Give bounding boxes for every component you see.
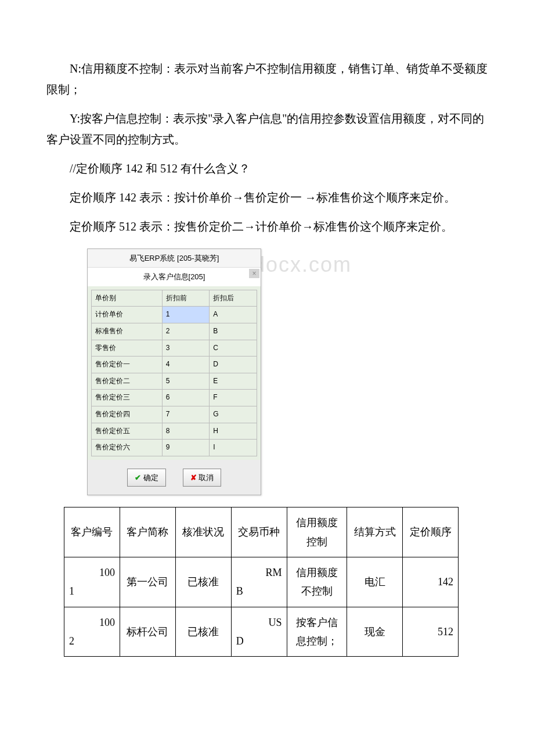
col-after-discount: 折扣后 xyxy=(210,290,257,307)
cell-pricetype: 售价定价三 xyxy=(92,390,163,406)
cell-after[interactable]: A xyxy=(210,307,257,323)
cell-customer-code: 100 2 xyxy=(64,607,120,657)
cell-before[interactable]: 2 xyxy=(162,323,210,340)
cell-approval: 已核准 xyxy=(175,607,231,657)
cell-pricetype: 售价定价五 xyxy=(92,423,163,440)
currency-top: US xyxy=(236,613,282,632)
cell-currency: RM B xyxy=(231,557,287,607)
grid-row[interactable]: 售价定价三 6 F xyxy=(92,390,257,406)
paragraph-3: //定价顺序 142 和 512 有什么含义？ xyxy=(46,158,488,179)
cell-before[interactable]: 7 xyxy=(162,406,210,423)
currency-bottom: D xyxy=(236,632,282,650)
table-header-row: 客户编号 客户简称 核准状况 交易币种 信用额度控制 结算方式 定价顺序 xyxy=(64,507,459,557)
paragraph-5: 定价顺序 512 表示：按售价定价二→计价单价→标准售价这个顺序来定价。 xyxy=(46,216,488,237)
grid-row[interactable]: 售价定价一 4 D xyxy=(92,357,257,373)
grid-row[interactable]: 售价定价四 7 G xyxy=(92,406,257,423)
currency-bottom: B xyxy=(236,582,282,600)
paragraph-2: Y:按客户信息控制：表示按"录入客户信息"的信用控参数设置信用额度，对不同的客户… xyxy=(46,108,488,150)
code-bottom: 1 xyxy=(69,582,115,600)
cell-before[interactable]: 3 xyxy=(162,340,210,357)
cell-credit: 按客户信息控制； xyxy=(287,607,347,657)
cell-before[interactable]: 1 xyxy=(162,307,210,323)
cell-before[interactable]: 8 xyxy=(162,423,210,440)
dialog-subtitle-text: 录入客户信息[205] xyxy=(143,272,205,281)
grid-row[interactable]: 计价单价 1 A xyxy=(92,307,257,323)
cell-pricetype: 售价定价六 xyxy=(92,440,163,456)
grid-header-row: 单价别 折扣前 折扣后 xyxy=(92,290,257,307)
cell-credit: 信用额度不控制 xyxy=(287,557,347,607)
cell-settlement: 电汇 xyxy=(347,557,403,607)
currency-top: RM xyxy=(236,563,282,582)
code-top: 100 xyxy=(69,613,115,632)
cell-after[interactable]: I xyxy=(210,440,257,456)
cell-after[interactable]: G xyxy=(210,406,257,423)
ok-button-label: 确定 xyxy=(143,473,158,482)
cell-before[interactable]: 5 xyxy=(162,373,210,390)
cell-pricetype: 售价定价二 xyxy=(92,373,163,390)
grid-row[interactable]: 售价定价六 9 I xyxy=(92,440,257,456)
cell-before[interactable]: 9 xyxy=(162,440,210,456)
col-before-discount: 折扣前 xyxy=(162,290,210,307)
grid-row[interactable]: 标准售价 2 B xyxy=(92,323,257,340)
col-price-type: 单价别 xyxy=(92,290,163,307)
customer-data-table: 客户编号 客户简称 核准状况 交易币种 信用额度控制 结算方式 定价顺序 100… xyxy=(64,507,459,657)
cell-customer-name: 标杆公司 xyxy=(120,607,175,657)
col-currency: 交易币种 xyxy=(231,507,287,557)
dialog-system-title: 易飞ERP系统 [205-莫晓芳] xyxy=(88,249,261,268)
cell-after[interactable]: H xyxy=(210,423,257,440)
cell-pricetype: 计价单价 xyxy=(92,307,163,323)
dialog-customer-info: 易飞ERP系统 [205-莫晓芳] 录入客户信息[205] × 单价别 折扣前 … xyxy=(87,249,261,495)
paragraph-4: 定价顺序 142 表示：按计价单价→售价定价一 →标准售价这个顺序来定价。 xyxy=(46,187,488,208)
col-approval-status: 核准状况 xyxy=(175,507,231,557)
cell-after[interactable]: F xyxy=(210,390,257,406)
price-type-grid[interactable]: 单价别 折扣前 折扣后 计价单价 1 A 标准售价 2 B xyxy=(91,290,257,456)
cell-customer-code: 100 1 xyxy=(64,557,120,607)
col-customer-code: 客户编号 xyxy=(64,507,120,557)
cell-customer-name: 第一公司 xyxy=(120,557,175,607)
grid-row[interactable]: 售价定价五 8 H xyxy=(92,423,257,440)
grid-row[interactable]: 售价定价二 5 E xyxy=(92,373,257,390)
col-pricing-order: 定价顺序 xyxy=(403,507,459,557)
ok-button[interactable]: ✔ 确定 xyxy=(127,469,165,487)
cell-currency: US D xyxy=(231,607,287,657)
x-icon: ✘ xyxy=(190,473,197,482)
code-top: 100 xyxy=(69,563,115,582)
code-bottom: 2 xyxy=(69,632,115,650)
cell-after[interactable]: E xyxy=(210,373,257,390)
col-settlement: 结算方式 xyxy=(347,507,403,557)
dialog-subtitle: 录入客户信息[205] × xyxy=(88,268,261,286)
table-row: 100 1 第一公司 已核准 RM B 信用额度不控制 电汇 142 xyxy=(64,557,459,607)
paragraph-1: N:信用额度不控制：表示对当前客户不控制信用额度，销售订单、销货单不受额度限制； xyxy=(46,58,488,100)
cancel-button[interactable]: ✘ 取消 xyxy=(183,469,221,487)
cell-pricetype: 零售价 xyxy=(92,340,163,357)
cell-after[interactable]: D xyxy=(210,357,257,373)
col-customer-name: 客户简称 xyxy=(120,507,175,557)
close-icon[interactable]: × xyxy=(249,269,259,278)
cell-approval: 已核准 xyxy=(175,557,231,607)
grid-row[interactable]: 零售价 3 C xyxy=(92,340,257,357)
table-row: 100 2 标杆公司 已核准 US D 按客户信息控制； 现金 512 xyxy=(64,607,459,657)
cell-pricetype: 售价定价一 xyxy=(92,357,163,373)
cell-settlement: 现金 xyxy=(347,607,403,657)
cell-after[interactable]: C xyxy=(210,340,257,357)
check-icon: ✔ xyxy=(135,473,141,482)
cancel-button-label: 取消 xyxy=(199,473,214,482)
cell-pricing-order: 142 xyxy=(403,557,459,607)
dialog-button-row: ✔ 确定 ✘ 取消 xyxy=(88,460,261,495)
cell-after[interactable]: B xyxy=(210,323,257,340)
cell-pricetype: 标准售价 xyxy=(92,323,163,340)
cell-before[interactable]: 4 xyxy=(162,357,210,373)
cell-pricing-order: 512 xyxy=(403,607,459,657)
cell-before[interactable]: 6 xyxy=(162,390,210,406)
cell-pricetype: 售价定价四 xyxy=(92,406,163,423)
col-credit-control: 信用额度控制 xyxy=(287,507,347,557)
